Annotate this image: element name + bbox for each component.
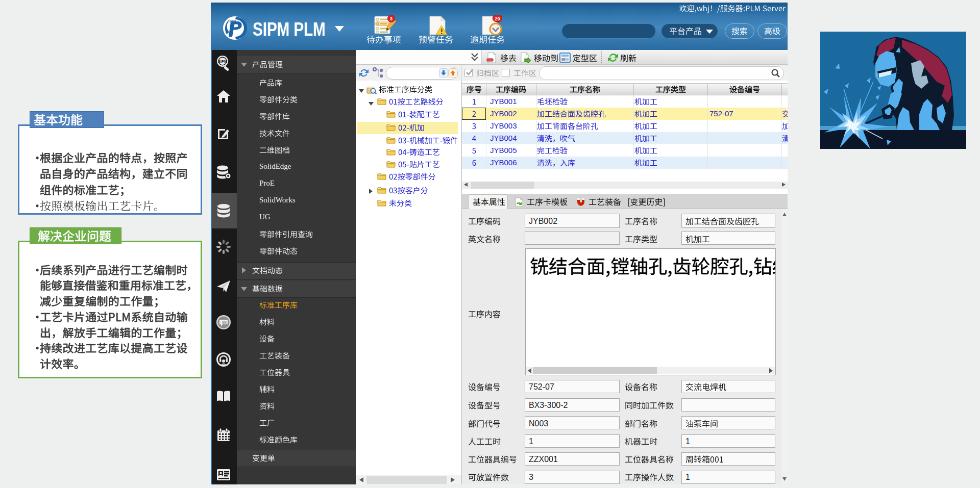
svg-text:SIPM: SIPM [229,20,236,23]
svg-text:20: 20 [495,16,500,21]
svg-text:SIPM: SIPM [218,59,227,64]
svg-text:3: 3 [390,16,393,21]
